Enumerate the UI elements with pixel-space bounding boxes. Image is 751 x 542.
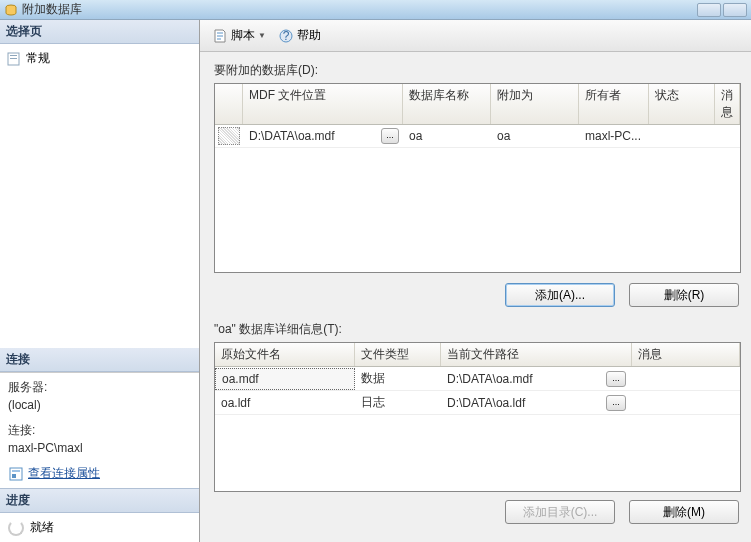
script-icon — [212, 28, 228, 44]
maximize-button[interactable] — [723, 3, 747, 17]
browse-button[interactable]: ... — [606, 371, 626, 387]
col-status[interactable]: 状态 — [649, 84, 715, 124]
add-button[interactable]: 添加(A)... — [505, 283, 615, 307]
table-row[interactable]: oa.ldf 日志 D:\DATA\oa.ldf ... — [215, 391, 740, 415]
row-handle[interactable] — [218, 127, 240, 145]
database-icon — [4, 3, 18, 17]
attach-db-label: 要附加的数据库(D): — [214, 62, 741, 79]
progress-status-label: 就绪 — [30, 519, 54, 536]
mdf-path-cell[interactable]: D:\DATA\oa.mdf — [243, 126, 381, 146]
sidebar-item-label: 常规 — [26, 50, 50, 67]
add-catalog-button: 添加目录(C)... — [505, 500, 615, 524]
attachas-cell[interactable]: oa — [491, 126, 579, 146]
col-current-path[interactable]: 当前文件路径 — [441, 343, 632, 366]
script-label: 脚本 — [231, 27, 255, 44]
window-controls — [697, 3, 747, 17]
help-button[interactable]: ? 帮助 — [274, 25, 325, 46]
col-original-filename[interactable]: 原始文件名 — [215, 343, 355, 366]
delete-m-button[interactable]: 删除(M) — [629, 500, 739, 524]
current-path-cell[interactable]: D:\DATA\oa.ldf — [441, 393, 606, 413]
sidebar: 选择页 常规 连接 服务器: (local) 连接: maxl-PC\maxl … — [0, 20, 200, 542]
col-db-name[interactable]: 数据库名称 — [403, 84, 491, 124]
table-row[interactable]: D:\DATA\oa.mdf ... oa oa maxl-PC... — [215, 125, 740, 148]
help-label: 帮助 — [297, 27, 321, 44]
attach-grid-header: MDF 文件位置 数据库名称 附加为 所有者 状态 消息 — [215, 84, 740, 125]
connection-panel: 服务器: (local) 连接: maxl-PC\maxl 查看连接属性 — [0, 372, 199, 488]
current-path-cell[interactable]: D:\DATA\oa.mdf — [441, 369, 606, 389]
help-icon: ? — [278, 28, 294, 44]
status-cell — [649, 133, 715, 139]
col-mdf-location[interactable]: MDF 文件位置 — [243, 84, 403, 124]
svg-rect-2 — [10, 55, 17, 56]
sidebar-select-header: 选择页 — [0, 20, 199, 44]
details-message-cell — [632, 376, 740, 382]
svg-rect-6 — [12, 474, 16, 478]
connection-label: 连接: — [8, 422, 191, 439]
svg-text:?: ? — [283, 29, 290, 43]
browse-button[interactable]: ... — [381, 128, 399, 144]
connection-value: maxl-PC\maxl — [8, 441, 191, 455]
minimize-button[interactable] — [697, 3, 721, 17]
server-label: 服务器: — [8, 379, 191, 396]
sidebar-progress-header: 进度 — [0, 488, 199, 513]
message-cell — [715, 133, 740, 139]
col-attach-as[interactable]: 附加为 — [491, 84, 579, 124]
original-filename-cell[interactable]: oa.mdf — [215, 368, 355, 390]
col-details-message[interactable]: 消息 — [632, 343, 740, 366]
progress-panel: 就绪 — [0, 513, 199, 542]
progress-spinner-icon — [8, 520, 24, 536]
filetype-cell[interactable]: 数据 — [355, 367, 441, 390]
view-connection-props-link[interactable]: 查看连接属性 — [28, 465, 100, 482]
original-filename-cell[interactable]: oa.ldf — [215, 393, 355, 413]
toolbar: 脚本 ▼ ? 帮助 — [200, 20, 751, 52]
details-grid[interactable]: 原始文件名 文件类型 当前文件路径 消息 oa.mdf 数据 D:\DATA\o… — [214, 342, 741, 492]
remove-button[interactable]: 删除(R) — [629, 283, 739, 307]
properties-icon — [8, 466, 24, 482]
table-row[interactable]: oa.mdf 数据 D:\DATA\oa.mdf ... — [215, 367, 740, 391]
sidebar-item-general[interactable]: 常规 — [2, 48, 197, 69]
attach-db-grid[interactable]: MDF 文件位置 数据库名称 附加为 所有者 状态 消息 D:\DATA\oa.… — [214, 83, 741, 273]
page-icon — [6, 51, 22, 67]
window-title: 附加数据库 — [22, 1, 82, 18]
svg-rect-5 — [12, 470, 20, 472]
owner-cell[interactable]: maxl-PC... — [579, 126, 649, 146]
details-grid-header: 原始文件名 文件类型 当前文件路径 消息 — [215, 343, 740, 367]
details-label: "oa" 数据库详细信息(T): — [214, 321, 741, 338]
chevron-down-icon: ▼ — [258, 31, 266, 40]
filetype-cell[interactable]: 日志 — [355, 391, 441, 414]
sidebar-connection-header: 连接 — [0, 348, 199, 372]
col-owner[interactable]: 所有者 — [579, 84, 649, 124]
col-file-type[interactable]: 文件类型 — [355, 343, 441, 366]
dbname-cell[interactable]: oa — [403, 126, 491, 146]
svg-rect-3 — [10, 58, 17, 59]
titlebar: 附加数据库 — [0, 0, 751, 20]
col-message[interactable]: 消息 — [715, 84, 740, 124]
content-area: 脚本 ▼ ? 帮助 要附加的数据库(D): MDF 文件位置 数据库名称 附加为… — [200, 20, 751, 542]
script-button[interactable]: 脚本 ▼ — [208, 25, 270, 46]
browse-button[interactable]: ... — [606, 395, 626, 411]
server-value: (local) — [8, 398, 191, 412]
details-message-cell — [632, 400, 740, 406]
